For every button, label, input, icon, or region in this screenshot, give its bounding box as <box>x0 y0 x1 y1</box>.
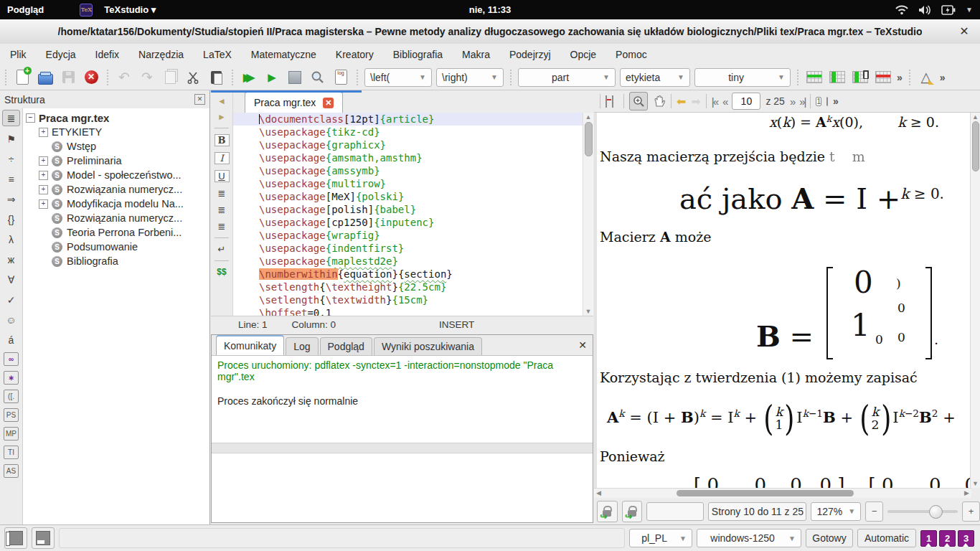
strip-button-6[interactable]: λ <box>3 232 19 247</box>
open-file-button[interactable] <box>36 68 55 87</box>
left-delimiter-combo[interactable]: \left(▼ <box>364 68 432 87</box>
window-close-button[interactable]: ✕ <box>957 24 971 39</box>
previous-page-button[interactable]: « <box>722 95 727 108</box>
toggle-panel-button[interactable] <box>606 96 607 107</box>
strip-button-5[interactable]: {} <box>3 212 19 227</box>
code-editor[interactable]: \documentclass[12pt]{article}\usepackage… <box>233 113 583 316</box>
strip-button-14[interactable]: ([. <box>4 390 19 403</box>
tree-root[interactable]: −Praca mgr.tex <box>26 110 209 125</box>
messages-tab-2[interactable]: Podgląd <box>320 337 372 355</box>
encoding-combo[interactable]: windows-1250▼ <box>697 529 801 547</box>
editor-vertical-scrollbar[interactable]: ▲ ▼ <box>583 113 593 316</box>
single-page-mode-button[interactable]: 1 <box>816 95 821 108</box>
battery-icon[interactable] <box>941 5 956 15</box>
tree-item-8[interactable]: SPodsumowanie <box>26 240 209 254</box>
hand-tool-button[interactable] <box>653 95 666 108</box>
menu-pomoc[interactable]: Pomoc <box>616 49 647 60</box>
font-size-combo[interactable]: tiny▼ <box>694 68 791 87</box>
strip-button-8[interactable]: ∀ <box>3 272 19 287</box>
menu-latex[interactable]: LaTeX <box>203 49 232 60</box>
strip-button-7[interactable]: ж <box>3 252 19 267</box>
menu-makra[interactable]: Makra <box>462 49 490 60</box>
menu-edycja[interactable]: Edycja <box>46 49 76 60</box>
scroll-right-icon[interactable]: ▶ <box>964 489 969 496</box>
tree-item-0[interactable]: +ETYKIETY <box>26 125 209 139</box>
messages-divider[interactable] <box>212 443 593 453</box>
label-combo[interactable]: etykieta▼ <box>620 68 690 87</box>
copy-button[interactable] <box>161 68 179 87</box>
tree-item-2[interactable]: +SPreliminaria <box>26 154 209 168</box>
tab-praca-mgr[interactable]: Praca mgr.tex ✕ <box>245 91 343 113</box>
tree-item-7[interactable]: STeoria Perrona Forbeni... <box>26 225 209 240</box>
section-level-combo[interactable]: part▼ <box>518 68 616 87</box>
code-line-7[interactable]: \usepackage[MeX]{polski} <box>233 190 583 203</box>
view-log-button[interactable]: log <box>331 68 350 87</box>
bookmark-button-3[interactable]: 3 <box>958 530 974 547</box>
menu-kreatory[interactable]: Kreatory <box>336 49 374 60</box>
bookmark-button-1[interactable]: 1 <box>920 530 937 547</box>
volume-icon[interactable] <box>918 5 931 15</box>
add-table-row-button[interactable] <box>805 68 824 87</box>
inline-math-button[interactable]: $$ <box>214 267 230 277</box>
jump-back-button[interactable]: ⬅ <box>677 95 686 108</box>
menu-plik[interactable]: Plik <box>10 49 27 60</box>
strip-button-12[interactable]: ∞ <box>4 352 19 366</box>
layout-toggle-bottom-button[interactable] <box>32 527 55 549</box>
cursor-follows-scroll-button[interactable] <box>622 501 643 522</box>
nav-forward-icon[interactable]: ► <box>214 112 230 122</box>
code-line-13[interactable]: \numberwithin{equation}{section} <box>233 268 583 281</box>
strip-button-18[interactable]: AS <box>4 464 19 478</box>
strip-button-13[interactable]: ∗ <box>4 371 19 385</box>
structure-close-button[interactable]: ✕ <box>194 94 205 105</box>
scroll-up-icon[interactable]: ▲ <box>971 113 980 121</box>
code-line-3[interactable]: \usepackage{graphicx} <box>233 138 583 151</box>
zoom-out-button[interactable]: − <box>865 501 883 522</box>
messages-tab-3[interactable]: Wyniki poszukiwania <box>374 337 482 355</box>
code-line-16[interactable]: \hoffset=0.1 <box>233 306 583 316</box>
tree-item-1[interactable]: SWstęp <box>26 139 209 154</box>
code-line-2[interactable]: \usepackage{tikz-cd} <box>233 126 583 138</box>
scroll-follows-cursor-button[interactable] <box>597 501 618 522</box>
paste-table-column-button[interactable] <box>851 68 870 87</box>
menu-bibliografia[interactable]: Bibliografia <box>393 49 443 60</box>
code-line-8[interactable]: \usepackage[polish]{babel} <box>233 203 583 216</box>
menu-opcje[interactable]: Opcje <box>570 49 597 60</box>
scroll-left-icon[interactable]: ◀ <box>596 489 601 496</box>
scroll-up-icon[interactable]: ▲ <box>583 113 593 121</box>
math-symbols-button[interactable]: △ <box>917 68 936 87</box>
nav-back-icon[interactable]: ◄ <box>214 96 230 106</box>
code-line-12[interactable]: \usepackage{maplestd2e} <box>233 255 583 268</box>
pdf-hscrollbar-thumb[interactable] <box>677 490 854 496</box>
jump-forward-button[interactable]: ➡ <box>691 95 700 108</box>
strip-button-16[interactable]: MP <box>4 427 19 441</box>
pdf-vertical-scrollbar[interactable]: ▲ ▼ <box>970 113 980 488</box>
code-line-9[interactable]: \usepackage[cp1250]{inputenc} <box>233 216 583 229</box>
strip-button-15[interactable]: PS <box>4 408 19 422</box>
right-delimiter-combo[interactable]: \right)▼ <box>436 68 504 87</box>
tree-item-5[interactable]: +SModyfikacja modelu Na... <box>26 197 209 211</box>
strip-button-1[interactable]: ⚑ <box>3 131 19 146</box>
first-page-button[interactable]: |« <box>712 95 717 108</box>
code-line-1[interactable]: \documentclass[12pt]{article} <box>233 113 583 126</box>
tab-close-icon[interactable]: ✕ <box>323 98 334 108</box>
tree-item-3[interactable]: +SModel - społeczeństwo... <box>26 168 209 182</box>
language-combo[interactable]: pl_PL▼ <box>629 529 692 547</box>
italic-button[interactable]: I <box>215 152 230 164</box>
next-page-button[interactable]: » <box>790 95 794 108</box>
code-line-11[interactable]: \usepackage{indentfirst} <box>233 242 583 255</box>
add-table-column-button[interactable] <box>828 68 847 87</box>
messages-tab-0[interactable]: Komunikaty <box>216 335 284 355</box>
strip-button-0[interactable]: ≣ <box>2 110 20 126</box>
toolbar-overflow-button[interactable]: » <box>897 72 903 83</box>
stop-button[interactable] <box>286 68 304 87</box>
bold-button[interactable]: B <box>215 134 230 146</box>
align-center-button[interactable]: ≣ <box>214 204 230 215</box>
menu-podejrzyj[interactable]: Podejrzyj <box>509 49 551 60</box>
zoom-in-button[interactable]: + <box>962 501 980 522</box>
strip-button-3[interactable]: ≡ <box>3 171 19 187</box>
zoom-slider-knob[interactable] <box>929 505 943 519</box>
messages-tab-1[interactable]: Log <box>286 337 318 355</box>
strip-button-4[interactable]: ⇒ <box>3 192 19 207</box>
layout-toggle-left-button[interactable] <box>4 527 27 549</box>
strip-button-11[interactable]: á <box>3 332 19 347</box>
